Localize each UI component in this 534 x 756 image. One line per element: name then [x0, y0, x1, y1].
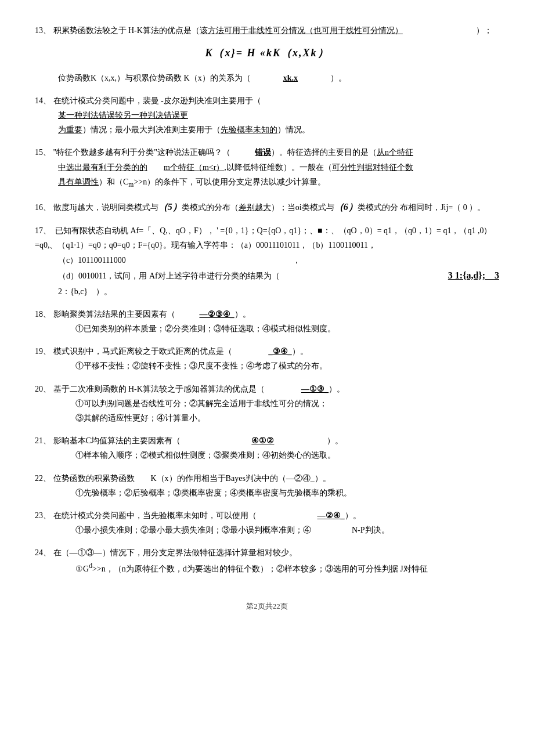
- q21-answer: ④①②: [251, 433, 274, 448]
- q15-line3: 具有单调性 ）和（Cm>>n）的条件下，可以使用分支定界法以减少计算量。: [58, 175, 499, 191]
- q19-num: 19、: [35, 344, 51, 359]
- q13-sub-gap2: [298, 71, 330, 85]
- q21-num: 21、: [35, 433, 51, 448]
- q24-text: 在（—①③—）情况下，用分支定界法做特征选择计算量相对较少。: [51, 545, 297, 560]
- q22-text: 位势函数的积累势函数 K（x）的作用相当于Bayes判决中的（—②④_）。: [51, 471, 331, 486]
- q20-options2-text: ③其解的适应性更好；④计算量小。: [75, 414, 205, 422]
- q13-formula: K（x}= H «kK（x,Xk）: [35, 44, 499, 62]
- question-14: 14、 在统计模式分类问题中，裴曼 -皮尔逊判决准则主要用于（ 某一种判法错误较…: [35, 93, 499, 138]
- page-number: 第2页共22页: [246, 602, 288, 610]
- q22-num: 22、: [35, 471, 51, 486]
- q15-gap: [230, 145, 255, 160]
- q13-line1: 13、 积累势函数法较之于 H-K算法的优点是（ 该方法可用于非线性可分情况（也…: [35, 23, 499, 38]
- q15-m: m个特征（m<r）: [164, 160, 224, 175]
- question-22: 22、 位势函数的积累势函数 K（x）的作用相当于Bayes判决中的（—②④_）…: [35, 471, 499, 500]
- q17-c-text: （c）101100111000: [58, 256, 126, 265]
- q15-answer1: 错误: [255, 145, 271, 160]
- q18-gap: [175, 307, 200, 321]
- q23-options-text: ①最小损失准则；②最小最大损失准则；③最小误判概率准则；④ N-P判决。: [75, 526, 389, 534]
- q24-line1: 24、 在（—①③—）情况下，用分支定界法做特征选择计算量相对较少。: [35, 545, 499, 560]
- q15-answer2b: 中选出最有利于分类的的: [58, 160, 147, 175]
- q20-options1: ①可以判别问题是否线性可分；②其解完全适用于非线性可分的情况；: [75, 396, 499, 411]
- q24-options-text: ①Gd>>n，（n为原特征个数，d为要选出的特征个数）；②样本较多；③选用的可分…: [75, 565, 428, 573]
- q21-options: ①样本输入顺序；②模式相似性测度；③聚类准则；④初始类心的选取。: [75, 448, 499, 462]
- q23-suffix: ）。: [345, 508, 361, 523]
- q17-line-e: 2：{b,c} ）。: [58, 284, 499, 299]
- q19-text: 模式识别中，马式距离较之于欧式距离的优点是（: [51, 344, 232, 359]
- q21-gap: [181, 433, 252, 448]
- q23-options: ①最小损失准则；②最小最大损失准则；③最小误判概率准则；④ N-P判决。: [75, 523, 499, 537]
- q14-num: 14、: [35, 93, 51, 108]
- q17-c-gap: [128, 256, 290, 265]
- question-21: 21、 影响基本C均值算法的主要因素有（ ④①② ）。 ①样本输入顺序；②模式相…: [35, 433, 499, 462]
- question-18: 18、 影响聚类算法结果的主要因素有（ —②③④_ ）。 ①已知类别的样本质量；…: [35, 307, 499, 336]
- q17-line1: 17、 已知有限状态自动机 Af=「、Q,、qO，F）， ' ={0，1}；Q=…: [35, 223, 499, 252]
- q17-comma: ，: [293, 256, 301, 265]
- q20-answer: —①③_: [301, 382, 329, 396]
- q17-answer-d: 3 1:{a,d}; 3: [448, 267, 499, 284]
- q24-options: ①Gd>>n，（n为原特征个数，d为要选出的特征个数）；②样本较多；③选用的可分…: [75, 560, 499, 576]
- q16-num2: （6）: [334, 199, 358, 216]
- q18-answer: —②③④_: [200, 307, 234, 321]
- q23-line1: 23、 在统计模式分类问题中，当先验概率未知时，可以使用（ —②④_ ）。: [35, 508, 499, 523]
- q13-sub-answer: xk.x: [283, 71, 298, 85]
- q15-text: "特征个数越多越有利于分类"这种说法正确吗？（: [51, 145, 230, 160]
- q14-line1: 14、 在统计模式分类问题中，裴曼 -皮尔逊判决准则主要用于（: [35, 93, 499, 108]
- page-footer: 第2页共22页: [35, 599, 499, 613]
- q15-text3: ,以降低特征维数: [224, 160, 283, 175]
- q18-options: ①已知类别的样本质量；②分类准则；③特征选取；④模式相似性测度。: [75, 321, 499, 336]
- q17-e-text: 2：{b,c} ）。: [58, 287, 112, 296]
- q19-answer: _③④_: [269, 344, 292, 359]
- q13-sub-gap: [251, 71, 283, 85]
- q17-num: 17、: [35, 226, 51, 235]
- q24-num: 24、: [35, 545, 51, 560]
- q14-answer1b: 为重要: [58, 122, 82, 137]
- q15-line1: 15、 "特征个数越多越有利于分类"这种说法正确吗？（ 错误 ）。特征选择的主要…: [35, 145, 499, 160]
- q14-line2: 某一种判法错误较另一种判决错误更: [58, 108, 499, 122]
- q17-line-d: （d）0010011，试问，用 Af对上述字符串进行分类的结果为（ 3 1:{a…: [58, 267, 499, 284]
- question-17: 17、 已知有限状态自动机 Af=「、Q,、qO，F）， ' ={0，1}；Q=…: [35, 223, 499, 299]
- q14-answer1: 某一种判法错误较另一种判决错误更: [58, 108, 188, 122]
- q17-text: 已知有限状态自动机 Af=「、Q,、qO，F）， ' ={0，1}；Q={qO，…: [35, 226, 492, 249]
- q16-text1: 散度Jij越大，说明同类模式与: [51, 200, 158, 215]
- q17-line-c: （c）101100111000 ，: [58, 253, 499, 267]
- q20-text: 基于二次准则函数的 H-K算法较之于感知器算法的优点是（: [51, 382, 265, 396]
- q19-suffix: ）。: [292, 344, 308, 359]
- q19-options: ①平移不变性；②旋转不变性；③尺度不变性；④考虑了模式的分布。: [75, 359, 499, 373]
- q15-num: 15、: [35, 145, 51, 160]
- q23-gap: [257, 508, 317, 523]
- q21-options-text: ①样本输入顺序；②模式相似性测度；③聚类准则；④初始类心的选取。: [75, 451, 335, 460]
- q16-text4: 类模式的分 布相同时，Jij=（ 0 ）。: [358, 200, 486, 215]
- q17-d-text: （d）0010011，试问，用 Af对上述字符串进行分类的结果为（: [58, 269, 280, 283]
- q14-line3: 为重要 ）情况；最小最大判决准则主要用于（ 先验概率未知的 ）情况。: [58, 122, 499, 137]
- q20-line1: 20、 基于二次准则函数的 H-K算法较之于感知器算法的优点是（ —①③_ ）。: [35, 382, 499, 396]
- q20-num: 20、: [35, 382, 51, 396]
- q13-suffix: ）；: [403, 23, 492, 38]
- question-19: 19、 模式识别中，马式距离较之于欧式距离的优点是（ _③④_ ）。 ①平移不变…: [35, 344, 499, 373]
- q23-num: 23、: [35, 508, 51, 523]
- q21-line1: 21、 影响基本C均值算法的主要因素有（ ④①② ）。: [35, 433, 499, 448]
- q20-suffix: ）。: [329, 382, 345, 396]
- q18-options-text: ①已知类别的样本质量；②分类准则；③特征选取；④模式相似性测度。: [75, 324, 335, 333]
- q16-num1: （5）: [158, 199, 182, 216]
- q18-num: 18、: [35, 307, 51, 321]
- question-15: 15、 "特征个数越多越有利于分类"这种说法正确吗？（ 错误 ）。特征选择的主要…: [35, 145, 499, 190]
- q15-suffix4: ）和（Cm>>n）的条件下，可以使用分支定界法以减少计算量。: [99, 175, 326, 191]
- q15-line2: 中选出最有利于分类的的 m个特征（m<r） ,以降低特征维数 ）。一般在（ 可分…: [58, 160, 499, 175]
- q14-mid: ）情况；最小最大判决准则主要用于（: [82, 122, 221, 137]
- q19-line1: 19、 模式识别中，马式距离较之于欧式距离的优点是（ _③④_ ）。: [35, 344, 499, 359]
- q14-answer2: 先验概率未知的: [221, 122, 277, 137]
- q18-suffix: ）。: [234, 307, 251, 321]
- q16-text2: 类模式的分布（: [182, 200, 239, 215]
- q14-suffix: ）情况。: [277, 122, 310, 137]
- question-23: 23、 在统计模式分类问题中，当先验概率未知时，可以使用（ —②④_ ）。 ①最…: [35, 508, 499, 537]
- q22-options-text: ①先验概率；②后验概率；③类概率密度；④类概率密度与先验概率的乘积。: [75, 489, 352, 497]
- q20-options2: ③其解的适应性更好；④计算量小。: [75, 411, 499, 425]
- q18-text: 影响聚类算法结果的主要因素有（: [51, 307, 175, 321]
- q23-answer: —②④_: [317, 508, 345, 523]
- q22-line1: 22、 位势函数的积累势函数 K（x）的作用相当于Bayes判决中的（—②④_）…: [35, 471, 499, 486]
- q15-answer3: 可分性判据对特征个数: [332, 160, 413, 175]
- q23-text: 在统计模式分类问题中，当先验概率未知时，可以使用（: [51, 508, 257, 523]
- q16-line1: 16、 散度Jij越大，说明同类模式与 （5） 类模式的分布（ 差别越大 ）；当…: [35, 199, 499, 216]
- q19-options-text: ①平移不变性；②旋转不变性；③尺度不变性；④考虑了模式的分布。: [75, 361, 327, 370]
